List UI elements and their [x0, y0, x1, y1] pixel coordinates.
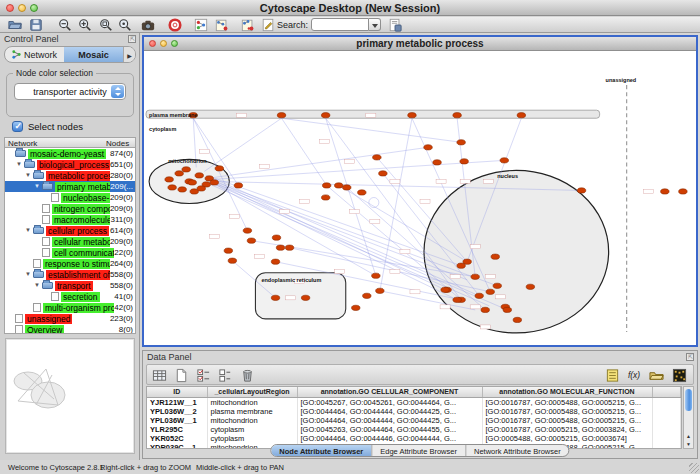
tree-row-cell-communicat[interactable]: cell communicat22(0): [5, 247, 135, 258]
table-scrollbar[interactable]: ▲ ▼: [683, 386, 694, 449]
table-cell[interactable]: YJR121W__1: [147, 397, 207, 407]
table-cell[interactable]: cytoplasm: [207, 434, 297, 443]
birdseye-view[interactable]: [5, 338, 135, 454]
tree-row-secretion[interactable]: secretion41(0): [5, 291, 135, 302]
scrollbar-thumb[interactable]: [685, 389, 692, 411]
zoom-in-button[interactable]: [76, 17, 94, 32]
table-cell[interactable]: mitochondrion: [207, 416, 297, 425]
data-panel-header: Data Panel: [143, 351, 697, 363]
tree-row-unassigned[interactable]: unassigned223(0): [5, 313, 135, 324]
float-panel-icon[interactable]: [128, 35, 136, 43]
annotation-button[interactable]: [259, 17, 277, 32]
attribute-select-button[interactable]: [151, 367, 168, 383]
table-row[interactable]: YJR121W__1mitochondrion[GO:0045267, GO:0…: [147, 397, 681, 407]
tab-edge-attribute-browser[interactable]: Edge Attribute Browser: [372, 445, 466, 456]
network-view-window[interactable]: primary metabolic process plasma membran…: [142, 35, 698, 347]
table-row[interactable]: YPL036W__2plasma membrane[GO:0044464, GO…: [147, 407, 681, 416]
table-cell[interactable]: [GO:0016787, GO:0005488, GO:0005215, G..…: [482, 397, 652, 407]
table-cell[interactable]: YPL036W__2: [147, 407, 207, 416]
zoom-selected-button[interactable]: [116, 17, 134, 32]
search-dropdown-arrow-icon[interactable]: [369, 18, 381, 31]
table-cell[interactable]: [GO:0044464, GO:0044446, GO:0044444, G..…: [297, 434, 482, 443]
scroll-down-arrow-icon[interactable]: ▼: [685, 441, 692, 447]
tree-row-biological-process[interactable]: ▼biological_process651(0): [5, 159, 135, 170]
tab-node-attribute-browser[interactable]: Node Attribute Browser: [271, 445, 372, 456]
tab-overflow-arrow-icon[interactable]: ▶: [123, 47, 135, 62]
table-cell[interactable]: YLR295C: [147, 425, 207, 434]
scroll-up-arrow-icon[interactable]: ▲: [685, 433, 692, 439]
unselect-attributes-button[interactable]: [217, 367, 234, 383]
new-attribute-button[interactable]: [173, 367, 190, 383]
table-column-header[interactable]: annotation.GO CELLULAR_COMPONENT: [297, 387, 482, 397]
table-cell[interactable]: [GO:0044464, GO:0044444, GO:0044425, G..…: [297, 407, 482, 416]
select-nodes-checkbox[interactable]: [12, 121, 23, 132]
attribute-table[interactable]: ID_cellularLayoutRegionannotation.GO CEL…: [146, 386, 682, 449]
expander-icon[interactable]: ▼: [25, 227, 33, 233]
table-cell[interactable]: cytoplasm: [207, 425, 297, 434]
function-builder-button[interactable]: f(x): [626, 367, 643, 383]
tree-row-multi-organism-pro[interactable]: multi-organism pro42(0): [5, 302, 135, 313]
tab-mosaic[interactable]: Mosaic: [64, 47, 123, 62]
expander-icon[interactable]: ▼: [16, 161, 24, 167]
tree-row-node-count: 209(0): [110, 193, 135, 202]
table-cell[interactable]: [GO:0016787, GO:0005488, GO:0005215, G..…: [482, 407, 652, 416]
table-cell[interactable]: mitochondrion: [207, 397, 297, 407]
tree-row-primary-metabo[interactable]: ▼primary metabo209(...: [5, 181, 135, 192]
table-row[interactable]: YKR052Ccytoplasm[GO:0044464, GO:0044446,…: [147, 434, 681, 443]
resize-grip[interactable]: [689, 463, 699, 473]
table-cell[interactable]: [GO:0016787, GO:0005215, GO:0003824, G..…: [482, 425, 652, 434]
tab-network[interactable]: Network: [5, 47, 64, 62]
expander-icon[interactable]: ▼: [34, 183, 42, 189]
import-attribute-file-button[interactable]: [648, 367, 665, 383]
select-nodes-row: Select nodes: [12, 121, 83, 132]
table-cell[interactable]: [GO:0044464, GO:0044444, GO:0044425, G..…: [297, 416, 482, 425]
zoom-fit-button[interactable]: [97, 17, 115, 32]
tree-row-cellular-process[interactable]: ▼cellular process614(0): [5, 225, 135, 236]
table-cell[interactable]: [GO:0016787, GO:0005488, GO:0005215, G..…: [482, 416, 652, 425]
data-panel-title: Data Panel: [147, 352, 192, 362]
tree-row-nucleobase-[interactable]: nucleobase-209(0): [5, 192, 135, 203]
node-color-dropdown[interactable]: transporter activity: [14, 83, 126, 100]
table-cell[interactable]: [GO:0005488, GO:0005215, GO:0003674]: [482, 434, 652, 443]
network-tree: mosaic-demo-yeast874(0)▼biological_proce…: [4, 148, 136, 334]
tree-row-mosaic-demo-yeast[interactable]: mosaic-demo-yeast874(0): [5, 148, 135, 159]
table-row[interactable]: YPL036W__1mitochondrion[GO:0044464, GO:0…: [147, 416, 681, 425]
tab-network-attribute-browser[interactable]: Network Attribute Browser: [466, 445, 569, 456]
open-session-button[interactable]: [6, 17, 24, 32]
table-cell[interactable]: YDR039C__1: [147, 443, 207, 450]
table-column-header[interactable]: annotation.GO MOLECULAR_FUNCTION: [482, 387, 652, 397]
zoom-out-button[interactable]: [56, 17, 74, 32]
save-session-button[interactable]: [27, 17, 45, 32]
tree-row-macromolecule[interactable]: macromolecule311(0): [5, 214, 135, 225]
expander-icon[interactable]: ▼: [34, 282, 42, 288]
table-cell[interactable]: [GO:0045267, GO:0045261, GO:0044464, G..…: [297, 397, 482, 407]
tree-row-response-to-stimulu[interactable]: response to stimulu264(0): [5, 258, 135, 269]
data-panel-float-icon[interactable]: [686, 353, 694, 361]
table-cell[interactable]: plasma membrane: [207, 407, 297, 416]
tree-row-overview[interactable]: Overview8(0): [5, 324, 135, 334]
layout-1-button[interactable]: [213, 17, 231, 32]
table-row[interactable]: YLR295Ccytoplasm[GO:0045263, GO:0044464,…: [147, 425, 681, 434]
delete-attribute-button[interactable]: [239, 367, 256, 383]
tree-row-transport[interactable]: ▼transport558(0): [5, 280, 135, 291]
tree-row-nitrogen-compo[interactable]: nitrogen compo209(0): [5, 203, 135, 214]
snapshot-button[interactable]: [139, 17, 157, 32]
table-cell[interactable]: [GO:0045263, GO:0044464, GO:0044455, G..…: [297, 425, 482, 434]
expander-icon[interactable]: ▼: [25, 172, 33, 178]
tree-row-establishment-of-lo[interactable]: ▼establishment of lo558(0): [5, 269, 135, 280]
expander-icon[interactable]: ▼: [25, 271, 33, 277]
table-column-header[interactable]: _cellularLayoutRegion: [207, 387, 297, 397]
help-icon[interactable]: [166, 17, 184, 32]
tree-row-metabolic-process[interactable]: ▼metabolic process280(0): [5, 170, 135, 181]
layout-2-button[interactable]: [239, 17, 257, 32]
import-attributes-button[interactable]: [386, 17, 404, 32]
table-cell[interactable]: YKR052C: [147, 434, 207, 443]
table-cell[interactable]: YPL036W__1: [147, 416, 207, 425]
matrix-view-button[interactable]: [671, 367, 688, 383]
network-canvas[interactable]: plasma membrane cytoplasm mitochondrion …: [144, 51, 696, 345]
attribute-editor-button[interactable]: [604, 367, 621, 383]
tree-row-cellular-metabo[interactable]: cellular metabo209(0): [5, 236, 135, 247]
table-column-header[interactable]: ID: [147, 387, 207, 397]
select-attributes-button[interactable]: [195, 367, 212, 383]
network-overview-icon[interactable]: [192, 17, 210, 32]
